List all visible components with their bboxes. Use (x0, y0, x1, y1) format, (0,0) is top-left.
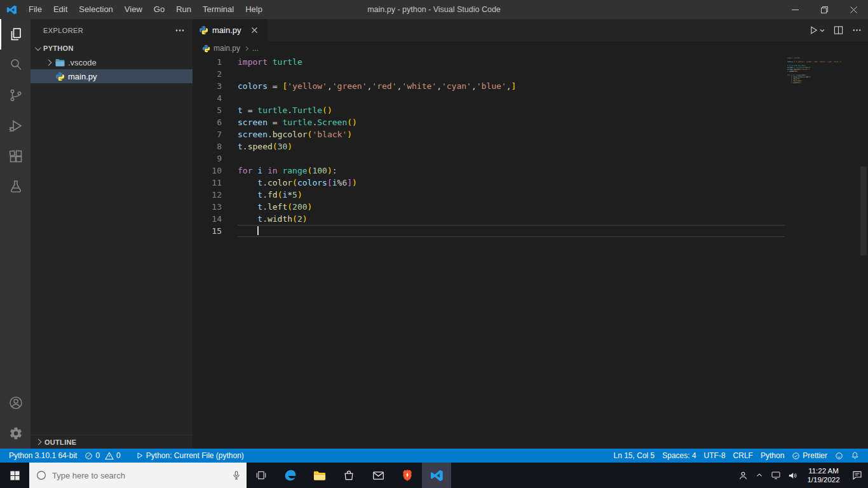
tree-item-vscode-folder[interactable]: .vscode (31, 55, 193, 69)
menu-selection[interactable]: Selection (73, 0, 118, 19)
search-input[interactable] (52, 471, 226, 480)
code-line-15[interactable] (238, 225, 785, 237)
tab-label: main.py (212, 25, 241, 35)
status-formatter-prettier[interactable]: Prettier (788, 449, 831, 463)
code-line-4[interactable] (238, 92, 785, 104)
action-center-button[interactable] (846, 463, 868, 488)
menu-terminal[interactable]: Terminal (197, 0, 240, 19)
section-label: PYTHON (43, 44, 74, 52)
activity-search[interactable] (0, 50, 31, 80)
status-problems[interactable]: 0 0 (81, 449, 124, 463)
tree-item-mainpy-file[interactable]: main.py (31, 69, 193, 83)
status-encoding[interactable]: UTF-8 (700, 449, 729, 463)
code-line-3[interactable]: colors = ['yellow','green','red','white'… (238, 80, 785, 92)
vscode-window: File Edit Selection View Go Run Terminal… (0, 0, 868, 488)
show-hidden-icons-button[interactable] (751, 463, 768, 488)
brave-taskbar-button[interactable] (393, 463, 422, 488)
run-python-file-button[interactable] (809, 25, 825, 35)
store-taskbar-button[interactable] (334, 463, 363, 488)
code-line-9[interactable] (238, 152, 785, 165)
status-run-context[interactable]: Python: Current File (python) (132, 449, 248, 463)
restore-button[interactable] (810, 0, 839, 19)
code-line-12[interactable]: t.fd(i*5) (238, 189, 785, 201)
code-line-11[interactable]: t.color(colors[i%6]) (238, 177, 785, 189)
line-number: 10 (193, 165, 222, 177)
status-language-mode[interactable]: Python (757, 449, 788, 463)
edge-taskbar-button[interactable] (276, 463, 305, 488)
warning-count: 0 (116, 451, 121, 460)
code-line-7[interactable]: screen.bgcolor('black') (238, 128, 785, 140)
clock-date: 1/19/2022 (803, 475, 844, 484)
display-icon (771, 470, 781, 480)
breadcrumb[interactable]: main.py ... (193, 41, 868, 55)
more-actions-button[interactable] (852, 25, 862, 35)
status-indentation[interactable]: Spaces: 4 (658, 449, 700, 463)
task-view-button[interactable] (247, 463, 276, 488)
mail-envelope-icon (372, 470, 385, 482)
activity-explorer[interactable] (0, 19, 31, 50)
bell-icon (851, 451, 859, 460)
errors-icon (85, 452, 93, 460)
code-line-8[interactable]: t.speed(30) (238, 140, 785, 152)
menu-edit[interactable]: Edit (48, 0, 73, 19)
edge-icon (283, 468, 297, 482)
code-line-1[interactable]: import turtle (238, 56, 785, 68)
code-line-5[interactable]: t = turtle.Turtle() (238, 104, 785, 116)
volume-tray-button[interactable] (784, 463, 801, 488)
people-tray-button[interactable] (735, 463, 751, 488)
minimap[interactable]: import turtlecolors = ['yellow','green',… (785, 55, 859, 449)
line-number: 7 (193, 128, 222, 140)
files-icon (8, 27, 24, 42)
folder-section-python[interactable]: PYTHON (31, 41, 193, 55)
code-lines[interactable]: import turtlecolors = ['yellow','green',… (222, 56, 785, 449)
outline-section[interactable]: OUTLINE (31, 435, 193, 449)
microphone-icon[interactable] (231, 470, 241, 480)
menu-file[interactable]: File (23, 0, 48, 19)
views-more-actions-button[interactable] (175, 25, 185, 36)
gear-icon (9, 426, 23, 440)
vscode-folder-icon (55, 57, 65, 67)
code-line-6[interactable]: screen = turtle.Screen() (238, 116, 785, 128)
menu-help[interactable]: Help (240, 0, 268, 19)
split-editor-button[interactable] (834, 25, 843, 35)
menu-go[interactable]: Go (148, 0, 170, 19)
activity-testing[interactable] (0, 172, 31, 202)
tab-close-icon[interactable] (252, 27, 257, 33)
code-line-14[interactable]: t.width(2) (238, 213, 785, 225)
code-line-2[interactable] (238, 68, 785, 80)
vscode-taskbar-button[interactable] (422, 463, 451, 488)
outline-label: OUTLINE (44, 438, 76, 446)
tab-mainpy[interactable]: main.py (193, 19, 268, 41)
breadcrumb-symbol: ... (252, 44, 259, 53)
display-tray-button[interactable] (768, 463, 784, 488)
mail-taskbar-button[interactable] (363, 463, 393, 488)
activity-run-debug[interactable] (0, 111, 31, 141)
code-line-13[interactable]: t.left(200) (238, 201, 785, 213)
close-button[interactable] (839, 0, 868, 19)
status-cursor-position[interactable]: Ln 15, Col 5 (610, 449, 659, 463)
code-line-10[interactable]: for i in range(100): (238, 165, 785, 177)
minimize-button[interactable] (780, 0, 810, 19)
file-explorer-taskbar-button[interactable] (305, 463, 334, 488)
notifications-bell-button[interactable] (847, 449, 863, 463)
editor-scrollbar[interactable] (859, 55, 868, 449)
line-number: 15 (193, 225, 222, 237)
menu-run[interactable]: Run (170, 0, 197, 19)
status-python-interpreter[interactable]: Python 3.10.1 64-bit (5, 449, 81, 463)
activity-settings[interactable] (0, 418, 31, 449)
warnings-icon (105, 452, 114, 460)
activity-source-control[interactable] (0, 80, 31, 111)
taskbar-search[interactable] (29, 463, 247, 488)
line-numbers: 123456789101112131415 (193, 56, 222, 449)
menu-view[interactable]: View (119, 0, 148, 19)
activity-accounts[interactable] (0, 388, 31, 418)
play-icon (136, 452, 144, 459)
taskbar-clock[interactable]: 11:22 AM 1/19/2022 (803, 466, 844, 484)
text-cursor (257, 226, 259, 235)
status-eol[interactable]: CRLF (729, 449, 757, 463)
activity-extensions[interactable] (0, 141, 31, 172)
start-button[interactable] (0, 463, 29, 488)
code-line-15 (787, 84, 859, 86)
feedback-smiley-button[interactable] (831, 449, 847, 463)
folder-icon (313, 469, 327, 482)
